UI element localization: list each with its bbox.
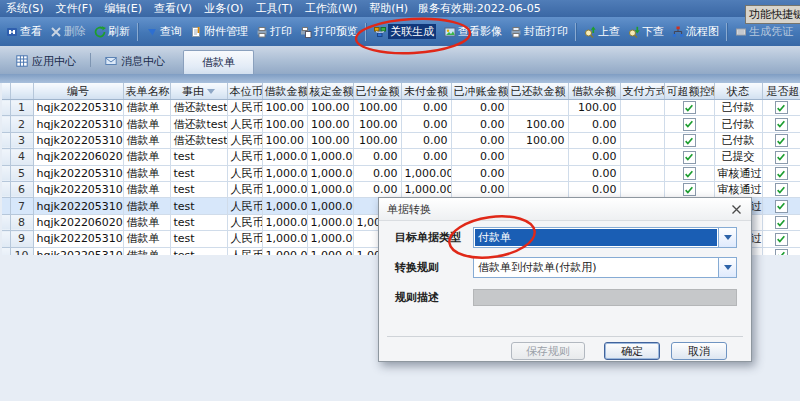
cell-code[interactable]: hqjk20220531071: [33, 181, 123, 197]
cell-currency[interactable]: 人民币: [227, 181, 262, 197]
cell-num[interactable]: 8: [10, 214, 33, 230]
cell-loan[interactable]: 1,000.00: [262, 214, 307, 230]
cell-offset[interactable]: 0.00: [451, 149, 508, 165]
cell-over[interactable]: [762, 247, 800, 255]
cell-code[interactable]: hqjk20220531073: [33, 165, 123, 181]
cell-over[interactable]: [762, 198, 800, 214]
cell-approved[interactable]: 1,000.00: [307, 165, 353, 181]
header-offset[interactable]: 已冲账金额: [451, 83, 508, 100]
cell-over[interactable]: [762, 132, 800, 148]
cell-currency[interactable]: 人民币: [227, 247, 262, 255]
cell-offset[interactable]: 0.00: [451, 132, 508, 148]
menu-item-system[interactable]: 系统(S): [0, 1, 50, 16]
menu-item-view[interactable]: 查看(V): [148, 1, 198, 16]
cell-approved[interactable]: 1,000.00: [307, 214, 353, 230]
table-row[interactable]: 3hqjk20220531075借款单借还款test人民币100.00100.0…: [2, 132, 800, 148]
header-currency[interactable]: 本位币: [227, 83, 262, 100]
cell-reason[interactable]: test: [170, 198, 227, 214]
cell-over[interactable]: [762, 100, 800, 116]
cell-code[interactable]: hqjk20220531070: [33, 231, 123, 247]
cell-ind[interactable]: [2, 198, 10, 214]
cell-payment[interactable]: [620, 132, 664, 148]
cell-loan[interactable]: 1,000.00: [262, 247, 307, 255]
menu-item-business[interactable]: 业务(O): [198, 1, 249, 16]
cell-repaid[interactable]: [508, 100, 568, 116]
cell-paid[interactable]: 0.00: [353, 181, 401, 197]
cell-status[interactable]: 审核通过: [714, 165, 762, 181]
cell-repaid[interactable]: [508, 149, 568, 165]
tab-message-center[interactable]: 消息中心: [95, 49, 175, 73]
cell-approved[interactable]: 100.00: [307, 100, 353, 116]
cell-balance[interactable]: 0.00: [568, 116, 620, 132]
table-row[interactable]: 1hqjk20220531077借款单借还款test人民币100.00100.0…: [2, 100, 800, 116]
print-button[interactable]: 打印: [252, 22, 296, 41]
cell-overctl[interactable]: [664, 165, 714, 181]
menu-item-file[interactable]: 文件(F): [50, 1, 99, 16]
cell-code[interactable]: hqjk20220531075: [33, 132, 123, 148]
cell-status[interactable]: 审核通过: [714, 181, 762, 197]
cell-num[interactable]: 3: [10, 132, 33, 148]
cell-payment[interactable]: [620, 100, 664, 116]
cell-over[interactable]: [762, 231, 800, 247]
close-icon[interactable]: [729, 202, 743, 216]
cell-currency[interactable]: 人民币: [227, 100, 262, 116]
cell-approved[interactable]: 1,000.00: [307, 198, 353, 214]
cell-num[interactable]: 1: [10, 100, 33, 116]
ok-button[interactable]: 确定: [604, 342, 660, 360]
cell-currency[interactable]: 人民币: [227, 132, 262, 148]
menu-item-help[interactable]: 帮助(H): [363, 1, 414, 16]
cell-offset[interactable]: 0.00: [451, 181, 508, 197]
cell-overctl[interactable]: [664, 181, 714, 197]
search-down-button[interactable]: 下查: [624, 22, 668, 41]
header-payment[interactable]: 支付方式: [620, 83, 664, 100]
attachment-manage-button[interactable]: 附件管理: [186, 22, 252, 41]
cell-num[interactable]: 4: [10, 149, 33, 165]
header-form[interactable]: 表单名称: [123, 83, 170, 100]
cell-repaid[interactable]: 100.00: [508, 116, 568, 132]
table-row[interactable]: 2hqjk20220531076借款单借还款test人民币100.00100.0…: [2, 116, 800, 132]
menu-item-workflow[interactable]: 工作流(W): [299, 1, 363, 16]
convert-rule-select[interactable]: 借款单到付款单(付款用): [473, 257, 737, 278]
cell-reason[interactable]: test: [170, 149, 227, 165]
cell-code[interactable]: hqjk20220531076: [33, 116, 123, 132]
cell-currency[interactable]: 人民币: [227, 198, 262, 214]
cell-over[interactable]: [762, 116, 800, 132]
cell-ind[interactable]: [2, 100, 10, 116]
cell-balance[interactable]: 0.00: [568, 132, 620, 148]
cell-balance[interactable]: 0.00: [568, 149, 620, 165]
cell-reason[interactable]: test: [170, 165, 227, 181]
cell-overctl[interactable]: [664, 100, 714, 116]
cell-reason[interactable]: 借还款test: [170, 100, 227, 116]
cell-ind[interactable]: [2, 132, 10, 148]
view-image-button[interactable]: 查看影像: [440, 22, 506, 41]
cancel-button[interactable]: 取消: [671, 342, 727, 360]
cell-approved[interactable]: 100.00: [307, 132, 353, 148]
cell-currency[interactable]: 人民币: [227, 149, 262, 165]
cell-unpaid[interactable]: 1,000.00: [401, 181, 451, 197]
header-approved[interactable]: 核定金额: [307, 83, 353, 100]
cell-offset[interactable]: 0.00: [451, 116, 508, 132]
cell-payment[interactable]: [620, 149, 664, 165]
cell-unpaid[interactable]: 1,000.00: [401, 165, 451, 181]
cell-repaid[interactable]: [508, 165, 568, 181]
menu-item-edit[interactable]: 编辑(E): [99, 1, 149, 16]
cell-reason[interactable]: 借还款test: [170, 132, 227, 148]
cell-status[interactable]: 已付款: [714, 100, 762, 116]
cell-form[interactable]: 借款单: [123, 149, 170, 165]
cell-unpaid[interactable]: 0.00: [401, 149, 451, 165]
cell-code[interactable]: hqjk20220531072: [33, 198, 123, 214]
cell-form[interactable]: 借款单: [123, 181, 170, 197]
cell-payment[interactable]: [620, 165, 664, 181]
menu-item-tools[interactable]: 工具(T): [249, 1, 298, 16]
dialog-titlebar[interactable]: 单据转换: [379, 198, 751, 221]
cell-overctl[interactable]: [664, 116, 714, 132]
cell-approved[interactable]: 1,000.00: [307, 247, 353, 255]
filter-icon[interactable]: [207, 89, 215, 94]
chevron-down-icon[interactable]: [718, 258, 736, 277]
cell-loan[interactable]: 1,000.00: [262, 198, 307, 214]
cell-ind[interactable]: [2, 165, 10, 181]
cell-reason[interactable]: test: [170, 231, 227, 247]
cell-offset[interactable]: 0.00: [451, 165, 508, 181]
cell-form[interactable]: 借款单: [123, 100, 170, 116]
search-up-button[interactable]: 上查: [580, 22, 624, 41]
